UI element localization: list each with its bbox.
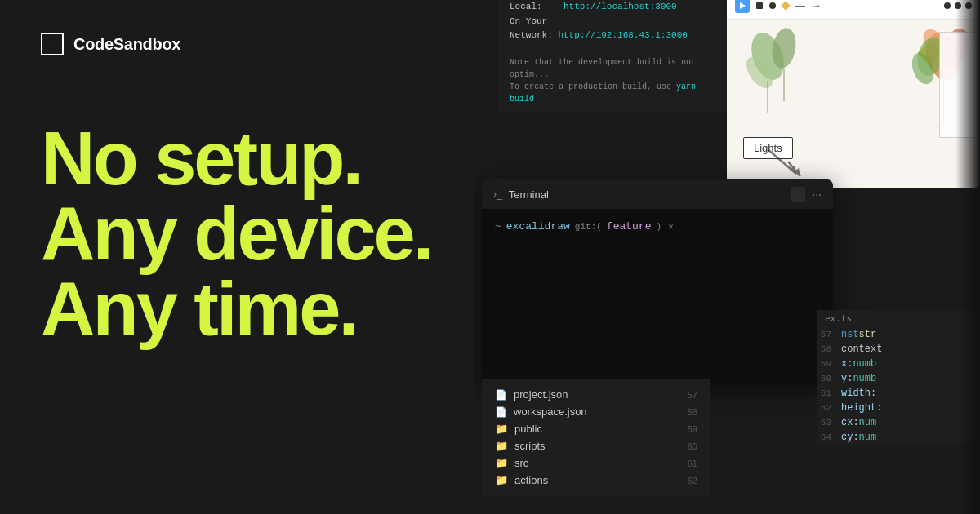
hero-headline: No setup. Any device. Any time.: [41, 121, 433, 346]
dev-note-line2: To create a production build, use yarn b…: [510, 81, 724, 105]
line-num: 60: [817, 374, 841, 383]
file-explorer: 📄 project.json 57 📄 workspace.json 58 📁 …: [482, 379, 710, 495]
prompt-dir: excalidraw: [506, 220, 570, 233]
file-name: workspace.json: [514, 405, 587, 418]
prompt-branch: feature: [607, 220, 652, 233]
arrow-right-icon: →: [812, 0, 822, 11]
circle-tool: [769, 2, 776, 9]
ui-section: Local: http://localhost:3000 On Your Net…: [474, 0, 980, 514]
code-filename: ex.ts: [817, 310, 980, 327]
line-num: 61: [817, 388, 841, 398]
code-text: x: [841, 358, 847, 370]
folder-icon: 📁: [495, 423, 508, 435]
prompt-symbol: ~: [495, 220, 501, 233]
code-panel: ex.ts 57 nst str 58 context 59 x: numb 6…: [817, 310, 980, 445]
code-text: width: [841, 388, 871, 399]
code-line-60: 60 y: numb: [817, 371, 980, 386]
line-num: 59: [817, 359, 841, 369]
line-num: 57: [817, 330, 841, 339]
line-number: 61: [681, 459, 697, 468]
network-url: http://192.168.43.1:3000: [558, 30, 687, 40]
code-line-61: 61 width:: [817, 386, 980, 401]
dev-server-content: Local: http://localhost:3000 On Your Net…: [498, 0, 735, 51]
prompt-close: ✕: [668, 221, 674, 232]
folder-icon: 📁: [495, 440, 508, 452]
code-line-57: 57 nst str: [817, 327, 980, 342]
code-line-62: 62 height:: [817, 401, 980, 415]
terminal-window: ›_ Terminal ··· ~ excalidraw git:(featur…: [482, 179, 833, 383]
code-line-59: 59 x: numb: [817, 357, 980, 371]
terminal-title: Terminal: [509, 188, 785, 201]
file-item-src[interactable]: 📁 src 61: [482, 454, 710, 472]
maximize-button[interactable]: [791, 187, 805, 202]
terminal-icon: ›_: [493, 188, 502, 200]
line-number: 59: [681, 424, 697, 434]
local-url: http://localhost:3000: [564, 2, 677, 11]
svg-marker-0: [740, 2, 746, 9]
code-text: nst: [841, 329, 859, 340]
file-name: src: [514, 457, 528, 469]
terminal-prompt: ~ excalidraw git:(feature) ✕: [495, 220, 820, 233]
hero-line1: No setup.: [41, 121, 433, 196]
logo-area: CodeSandbox: [41, 33, 433, 55]
file-name: actions: [514, 474, 548, 486]
file-item-actions[interactable]: 📁 actions 62: [482, 472, 710, 489]
white-card: [939, 32, 980, 138]
file-icon: 📄: [495, 406, 507, 418]
code-text: cy: [841, 432, 853, 443]
dev-server-window: Local: http://localhost:3000 On Your Net…: [498, 0, 735, 113]
file-item-project-json[interactable]: 📄 project.json 57: [482, 386, 710, 403]
toolbar-right: [944, 2, 972, 9]
line-number: 57: [681, 390, 697, 400]
file-item-scripts[interactable]: 📁 scripts 60: [482, 437, 710, 454]
file-name: public: [514, 423, 542, 435]
file-name: scripts: [514, 440, 546, 452]
line-num: 64: [817, 432, 841, 442]
logo-text: CodeSandbox: [74, 35, 180, 54]
play-icon: [735, 0, 750, 13]
code-text: cx: [841, 417, 853, 428]
hero-section: CodeSandbox No setup. Any device. Any ti…: [0, 0, 474, 514]
excalidraw-canvas: Lights: [727, 20, 980, 188]
code-text: y: [841, 373, 847, 384]
file-item-public[interactable]: 📁 public 59: [482, 420, 710, 437]
network-label: On Your Network:: [510, 16, 553, 41]
line-number: 58: [681, 407, 697, 417]
line-number: 60: [681, 441, 697, 451]
line-num: 62: [817, 403, 841, 413]
code-line-63: 63 cx: num: [817, 415, 980, 430]
line-number: 62: [681, 476, 697, 485]
more-options-icon[interactable]: ···: [812, 188, 822, 201]
file-name: project.json: [514, 388, 568, 401]
code-text: context: [841, 343, 882, 355]
sketch-arrows: [764, 145, 804, 178]
code-text: height: [841, 402, 876, 414]
dev-note: Note that the development build is not o…: [498, 51, 735, 113]
botanical-leaves: [743, 24, 825, 122]
dev-note-line1: Note that the development build is not o…: [510, 56, 724, 81]
file-icon: 📄: [495, 389, 507, 401]
stop-icon: [756, 2, 763, 9]
diamond-tool: [781, 1, 790, 10]
folder-icon: 📁: [495, 457, 508, 469]
local-label: Local:: [510, 2, 542, 11]
hero-line2: Any device.: [41, 196, 433, 271]
excalidraw-window: — →: [727, 0, 980, 188]
prompt-git-label: git:(: [575, 222, 602, 232]
line-num: 63: [817, 418, 841, 428]
tool-dot: [965, 2, 972, 9]
tool-dot: [944, 2, 951, 9]
line-num: 58: [817, 344, 841, 354]
folder-icon: 📁: [495, 474, 508, 486]
hero-line3: Any time.: [41, 271, 433, 346]
tool-dot: [955, 2, 961, 9]
terminal-body: ~ excalidraw git:(feature) ✕: [482, 209, 833, 244]
minus-icon: —: [795, 0, 805, 11]
logo-icon: [41, 33, 64, 55]
code-line-64: 64 cy: num: [817, 430, 980, 445]
file-item-workspace-json[interactable]: 📄 workspace.json 58: [482, 403, 710, 420]
code-line-58: 58 context: [817, 342, 980, 357]
terminal-header: ›_ Terminal ···: [482, 179, 833, 209]
